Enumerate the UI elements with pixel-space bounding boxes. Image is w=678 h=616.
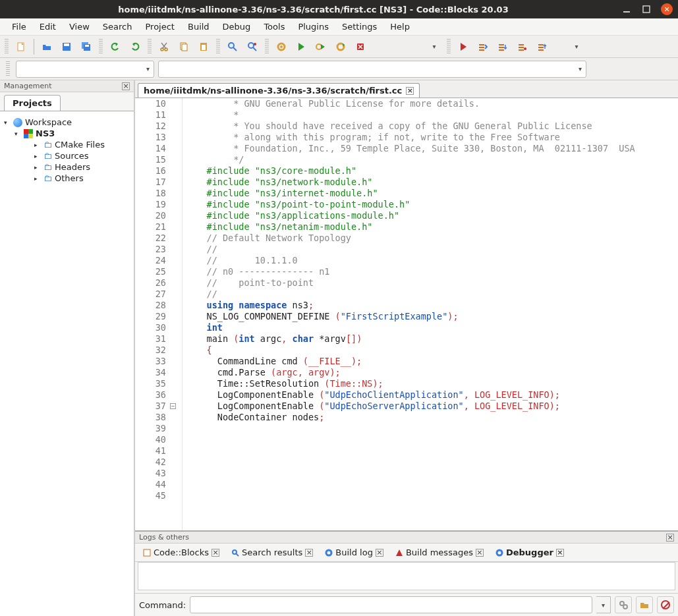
debug-dropdown[interactable]: ▾ bbox=[567, 38, 586, 56]
log-tab-code-blocks[interactable]: Code::Blocks × bbox=[139, 546, 223, 559]
toolbar-grip[interactable] bbox=[6, 61, 10, 77]
build-run-button[interactable] bbox=[312, 38, 330, 56]
menu-debug[interactable]: Debug bbox=[216, 19, 258, 34]
stop-debugger-button[interactable] bbox=[657, 596, 674, 613]
svg-point-16 bbox=[229, 43, 234, 48]
undo-button[interactable] bbox=[106, 38, 125, 56]
menu-search[interactable]: Search bbox=[96, 19, 139, 34]
scope-toolbar: ▾ ▾ bbox=[0, 58, 678, 80]
toolbar-grip[interactable] bbox=[148, 39, 152, 55]
find-button[interactable] bbox=[223, 38, 242, 56]
svg-point-18 bbox=[248, 43, 254, 48]
line-number-gutter: 1011121314151617181920212223242526272829… bbox=[135, 98, 183, 530]
run-to-cursor-button[interactable] bbox=[474, 38, 492, 56]
editor-tabs: home/iiitdmk/ns-allinone-3.36/ns-3.36/sc… bbox=[135, 80, 678, 98]
tab-label: Search results bbox=[242, 547, 302, 557]
editor-area: home/iiitdmk/ns-allinone-3.36/ns-3.36/sc… bbox=[134, 80, 678, 616]
tree-folder[interactable]: ▸🗀Headers bbox=[3, 161, 131, 173]
projects-tab[interactable]: Projects bbox=[4, 95, 61, 111]
caret-down-icon: ▾ bbox=[4, 119, 11, 126]
run-button[interactable] bbox=[292, 38, 310, 56]
code-content[interactable]: * GNU General Public License for more de… bbox=[183, 98, 635, 530]
editor-tab[interactable]: home/iiitdmk/ns-allinone-3.36/ns-3.36/sc… bbox=[138, 83, 420, 98]
editor-tab-title: home/iiitdmk/ns-allinone-3.36/ns-3.36/sc… bbox=[144, 86, 402, 96]
command-row: Command: ▾ bbox=[135, 593, 678, 616]
paste-button[interactable] bbox=[194, 38, 213, 56]
tab-close-icon[interactable]: × bbox=[476, 549, 484, 557]
logs-body[interactable] bbox=[138, 562, 675, 590]
symbol-selector[interactable]: ▾ bbox=[158, 61, 586, 78]
code-editor[interactable]: 1011121314151617181920212223242526272829… bbox=[135, 98, 678, 530]
command-label: Command: bbox=[139, 600, 186, 610]
menu-plugins[interactable]: Plugins bbox=[291, 19, 335, 34]
logs-panel: Logs & others × Code::Blocks ×Search res… bbox=[135, 530, 678, 616]
menu-build[interactable]: Build bbox=[181, 19, 216, 34]
menu-view[interactable]: View bbox=[63, 19, 96, 34]
tab-close-icon[interactable]: × bbox=[212, 549, 219, 557]
minimize-button[interactable] bbox=[621, 4, 632, 14]
scope-selector[interactable]: ▾ bbox=[16, 61, 154, 78]
tab-close-icon[interactable]: × bbox=[376, 549, 383, 557]
save-all-button[interactable] bbox=[77, 38, 96, 56]
svg-point-34 bbox=[326, 550, 331, 555]
debug-settings-button[interactable] bbox=[615, 596, 632, 613]
svg-line-33 bbox=[236, 553, 239, 556]
tree-project[interactable]: ▾ NS3 bbox=[3, 128, 131, 139]
menu-help[interactable]: Help bbox=[383, 19, 416, 34]
build-button[interactable] bbox=[272, 38, 291, 56]
tab-icon bbox=[395, 549, 403, 557]
panel-close-icon[interactable]: × bbox=[122, 82, 130, 90]
menu-settings[interactable]: Settings bbox=[335, 19, 383, 34]
toolbar-grip[interactable] bbox=[265, 39, 269, 55]
panel-close-icon[interactable]: × bbox=[666, 534, 674, 542]
log-tab-search-results[interactable]: Search results × bbox=[227, 546, 317, 559]
redo-button[interactable] bbox=[126, 38, 144, 56]
rebuild-button[interactable] bbox=[331, 38, 350, 56]
project-tree[interactable]: ▾ Workspace ▾ NS3 ▸🗀CMake Files▸🗀Sources… bbox=[0, 111, 134, 616]
target-dropdown[interactable]: ▾ bbox=[425, 38, 443, 56]
new-file-button[interactable] bbox=[12, 38, 30, 56]
step-out-button[interactable] bbox=[533, 38, 551, 56]
command-history-dropdown[interactable]: ▾ bbox=[596, 596, 611, 613]
svg-point-37 bbox=[623, 605, 627, 609]
command-input[interactable] bbox=[190, 596, 592, 613]
abort-button[interactable] bbox=[351, 38, 370, 56]
svg-point-22 bbox=[280, 45, 283, 48]
tree-folder[interactable]: ▸🗀Others bbox=[3, 173, 131, 184]
svg-line-17 bbox=[233, 47, 237, 51]
maximize-button[interactable] bbox=[641, 4, 652, 14]
tab-close-icon[interactable]: × bbox=[556, 549, 564, 557]
cut-button[interactable] bbox=[155, 38, 173, 56]
tree-workspace[interactable]: ▾ Workspace bbox=[3, 117, 131, 128]
replace-button[interactable] bbox=[243, 38, 262, 56]
folder-label: Headers bbox=[55, 162, 90, 172]
log-tab-build-messages[interactable]: Build messages × bbox=[391, 546, 488, 559]
open-folder-button[interactable] bbox=[636, 596, 653, 613]
fold-toggle-icon[interactable]: − bbox=[170, 403, 176, 409]
menu-edit[interactable]: Edit bbox=[33, 19, 63, 34]
toolbar-grip[interactable] bbox=[216, 39, 220, 55]
menu-file[interactable]: File bbox=[5, 19, 33, 34]
debug-start-button[interactable] bbox=[454, 38, 472, 56]
main-toolbar: ▾ ▾ bbox=[0, 36, 678, 58]
open-button[interactable] bbox=[38, 38, 56, 56]
copy-button[interactable] bbox=[175, 38, 193, 56]
logs-title: Logs & others bbox=[139, 533, 189, 542]
caret-right-icon: ▸ bbox=[34, 175, 41, 182]
close-button[interactable]: ✕ bbox=[661, 3, 673, 15]
log-tab-build-log[interactable]: Build log × bbox=[321, 546, 387, 559]
step-into-button[interactable] bbox=[513, 38, 532, 56]
save-button[interactable] bbox=[57, 38, 76, 56]
project-label: NS3 bbox=[36, 128, 55, 138]
toolbar-grip[interactable] bbox=[447, 39, 451, 55]
tree-folder[interactable]: ▸🗀Sources bbox=[3, 150, 131, 161]
tab-close-icon[interactable]: × bbox=[305, 549, 313, 557]
menu-project[interactable]: Project bbox=[138, 19, 181, 34]
toolbar-grip[interactable] bbox=[99, 39, 103, 55]
next-line-button[interactable] bbox=[494, 38, 512, 56]
menu-tools[interactable]: Tools bbox=[257, 19, 291, 34]
toolbar-grip[interactable] bbox=[5, 39, 9, 55]
log-tab-debugger[interactable]: Debugger × bbox=[492, 546, 568, 559]
tree-folder[interactable]: ▸🗀CMake Files bbox=[3, 139, 131, 150]
tab-close-icon[interactable]: × bbox=[406, 87, 414, 95]
